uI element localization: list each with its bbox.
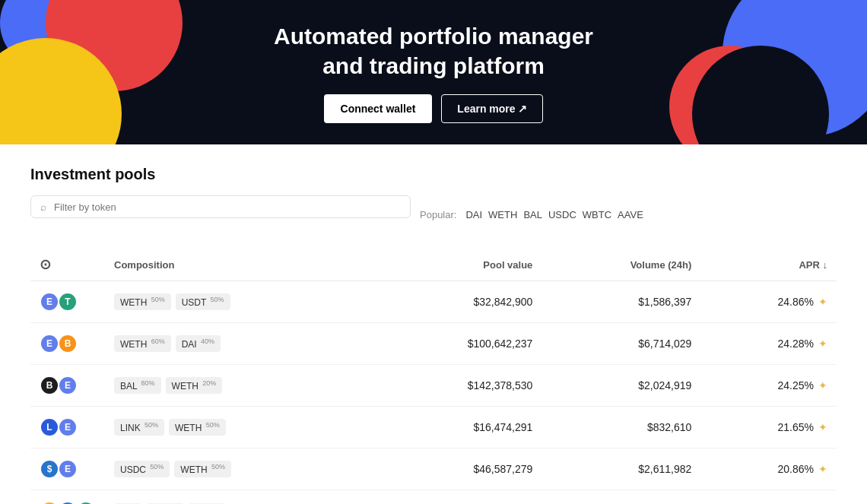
token-icons-cell: DUT (30, 490, 105, 505)
volume-cell: $1,586,397 (541, 281, 700, 323)
token-badge: LINK 50% (114, 419, 164, 436)
col-volume: Volume (24h) (541, 249, 700, 281)
composition-cell: USDC 50%WETH 50% (105, 449, 375, 490)
token-badge: WETH 20% (166, 377, 223, 394)
token-icon-2: T (58, 292, 78, 312)
apr-value: 21.65% (778, 421, 814, 433)
table-row[interactable]: BEBAL 80%WETH 20%$142,378,530$2,024,9192… (30, 365, 837, 407)
table-row[interactable]: EBWETH 60%DAI 40%$100,642,237$6,714,0292… (30, 323, 837, 365)
token-icons-cell: BE (30, 365, 105, 407)
pool-value-cell: $139,711,161 (375, 490, 541, 505)
token-badge: BAL 80% (114, 377, 161, 394)
token-icon-1: D (40, 501, 59, 504)
apr-star-icon: ✦ (818, 463, 827, 475)
token-icon-1: $ (40, 459, 59, 479)
col-icons: ⊙ (30, 249, 105, 281)
composition-cell: BAL 80%WETH 20% (105, 365, 375, 407)
composition-cell: LINK 50%WETH 50% (105, 407, 375, 449)
apr-cell: 20.86%✦ (700, 449, 837, 490)
apr-cell: 24.86%✦ (700, 281, 837, 323)
col-pool-value: Pool value (375, 249, 541, 281)
filter-token-usdc[interactable]: USDC (548, 209, 576, 220)
token-icons-cell: ET (30, 281, 105, 323)
composition-cell: WETH 60%DAI 40% (105, 323, 375, 365)
apr-star-icon: ✦ (818, 379, 827, 391)
table-row[interactable]: ETWETH 50%USDT 50%$32,842,900$1,586,3972… (30, 281, 837, 323)
apr-value: 20.86% (778, 463, 814, 475)
token-icon-2: E (58, 417, 78, 437)
pool-value-cell: $16,474,291 (375, 407, 541, 449)
filter-token-wbtc[interactable]: WBTC (583, 209, 611, 220)
hero-buttons: Connect wallet Learn more ↗ (324, 94, 544, 123)
apr-cell: 12.18%✦ (700, 490, 837, 505)
token-icon-1: E (40, 334, 59, 353)
link-icon: ⊙ (40, 257, 51, 272)
token-icon-2: U (58, 501, 78, 504)
filter-token-aave[interactable]: AAVE (618, 209, 643, 220)
token-icon-2: B (58, 334, 78, 353)
section-title: Investment pools (30, 166, 837, 183)
filter-token-bal[interactable]: BAL (523, 209, 542, 220)
token-badge: WETH 60% (114, 335, 171, 352)
pool-value-cell: $100,642,237 (375, 323, 541, 365)
main-content: Investment pools ⌕ Popular: DAI WETH BAL… (0, 144, 867, 504)
popular-label: Popular: (420, 209, 456, 220)
learn-more-button[interactable]: Learn more ↗ (441, 94, 543, 123)
filter-bar[interactable]: ⌕ (30, 195, 411, 218)
table-row[interactable]: LELINK 50%WETH 50%$16,474,291$832,61021.… (30, 407, 837, 449)
volume-cell: $832,610 (541, 407, 700, 449)
filter-input[interactable] (54, 201, 401, 213)
token-badge: USDC 50% (114, 461, 170, 477)
pool-value-cell: $46,587,279 (375, 449, 541, 490)
token-icon-1: B (40, 376, 59, 395)
filter-token-weth[interactable]: WETH (488, 209, 517, 220)
token-icon-3: T (76, 501, 96, 504)
token-badge: USDT 50% (176, 293, 230, 310)
popular-tokens: DAI WETH BAL USDC WBTC AAVE (465, 209, 643, 220)
token-icons-cell: LE (30, 407, 105, 449)
pool-value-cell: $142,378,530 (375, 365, 541, 407)
col-composition: Composition (105, 249, 375, 281)
token-icon-2: E (58, 459, 78, 479)
apr-star-icon: ✦ (818, 296, 827, 308)
token-icons-cell: $E (30, 449, 105, 490)
table-row[interactable]: DUTDAIUSDCUSDT$139,711,161$868,95712.18%… (30, 490, 837, 505)
token-icon-1: L (40, 417, 59, 437)
volume-cell: $868,957 (541, 490, 700, 505)
token-badge: WETH 50% (114, 293, 171, 310)
apr-star-icon: ✦ (818, 338, 827, 350)
token-icons-cell: EB (30, 323, 105, 365)
apr-value: 24.86% (778, 296, 814, 308)
token-icon-2: E (58, 376, 78, 395)
filter-token-dai[interactable]: DAI (465, 209, 482, 220)
apr-cell: 24.25%✦ (700, 365, 837, 407)
apr-star-icon: ✦ (818, 421, 827, 433)
composition-cell: WETH 50%USDT 50% (105, 281, 375, 323)
pool-value-cell: $32,842,900 (375, 281, 541, 323)
volume-cell: $2,024,919 (541, 365, 700, 407)
connect-wallet-button[interactable]: Connect wallet (324, 94, 433, 123)
token-badge: DAI 40% (176, 335, 221, 352)
apr-value: 24.28% (778, 338, 814, 350)
apr-cell: 24.28%✦ (700, 323, 837, 365)
apr-cell: 21.65%✦ (700, 407, 837, 449)
hero-section: Automated portfolio manager and trading … (0, 0, 867, 144)
volume-cell: $6,714,029 (541, 323, 700, 365)
col-apr[interactable]: APR ↓ (700, 249, 837, 281)
table-row[interactable]: $EUSDC 50%WETH 50%$46,587,279$2,611,9822… (30, 449, 837, 490)
token-badge: WETH 50% (169, 419, 226, 436)
pool-table: ⊙ Composition Pool value Volume (24h) AP… (30, 249, 837, 504)
token-icon-1: E (40, 292, 59, 312)
token-badge: WETH 50% (174, 461, 231, 477)
hero-title: Automated portfolio manager and trading … (274, 21, 593, 81)
search-icon: ⌕ (40, 201, 46, 213)
composition-cell: DAIUSDCUSDT (105, 490, 375, 505)
volume-cell: $2,611,982 (541, 449, 700, 490)
apr-value: 24.25% (778, 379, 814, 391)
